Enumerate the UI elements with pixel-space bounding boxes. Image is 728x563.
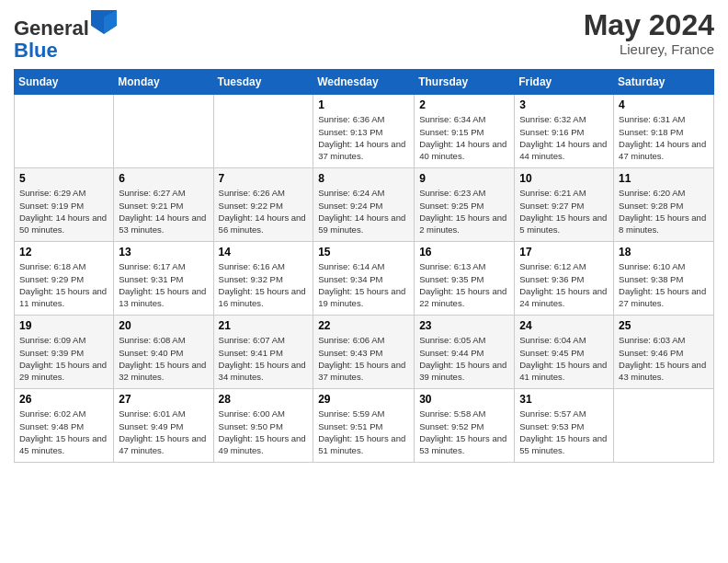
month-title: May 2024 bbox=[584, 9, 714, 41]
day-number: 8 bbox=[318, 172, 409, 185]
cell-content: Sunrise: 6:17 AM Sunset: 9:31 PM Dayligh… bbox=[119, 260, 208, 309]
cell-content: Sunrise: 6:04 AM Sunset: 9:45 PM Dayligh… bbox=[519, 334, 609, 383]
calendar-cell: 12Sunrise: 6:18 AM Sunset: 9:29 PM Dayli… bbox=[15, 242, 114, 316]
weekday-header-tuesday: Tuesday bbox=[213, 70, 313, 95]
calendar-cell bbox=[114, 95, 213, 168]
cell-content: Sunrise: 6:00 AM Sunset: 9:50 PM Dayligh… bbox=[219, 408, 309, 456]
day-number: 25 bbox=[619, 319, 709, 332]
cell-content: Sunrise: 6:10 AM Sunset: 9:38 PM Dayligh… bbox=[619, 260, 709, 309]
calendar-cell bbox=[15, 95, 114, 168]
calendar-cell: 11Sunrise: 6:20 AM Sunset: 9:28 PM Dayli… bbox=[614, 168, 714, 242]
logo-text-block: General Blue bbox=[14, 9, 117, 62]
day-number: 20 bbox=[119, 319, 208, 332]
calendar-cell: 9Sunrise: 6:23 AM Sunset: 9:25 PM Daylig… bbox=[415, 168, 515, 242]
cell-content: Sunrise: 6:27 AM Sunset: 9:21 PM Dayligh… bbox=[119, 187, 208, 236]
cell-content: Sunrise: 6:26 AM Sunset: 9:22 PM Dayligh… bbox=[219, 187, 309, 236]
day-number: 7 bbox=[219, 172, 309, 185]
day-number: 17 bbox=[519, 246, 609, 259]
day-number: 9 bbox=[419, 172, 509, 185]
cell-content: Sunrise: 6:24 AM Sunset: 9:24 PM Dayligh… bbox=[318, 187, 409, 236]
cell-content: Sunrise: 6:31 AM Sunset: 9:18 PM Dayligh… bbox=[619, 113, 709, 162]
day-number: 28 bbox=[219, 393, 309, 406]
calendar-cell: 10Sunrise: 6:21 AM Sunset: 9:27 PM Dayli… bbox=[515, 168, 614, 242]
weekday-header-thursday: Thursday bbox=[415, 70, 515, 95]
cell-content: Sunrise: 6:21 AM Sunset: 9:27 PM Dayligh… bbox=[519, 187, 609, 236]
calendar-cell: 21Sunrise: 6:07 AM Sunset: 9:41 PM Dayli… bbox=[213, 316, 313, 389]
calendar-cell: 16Sunrise: 6:13 AM Sunset: 9:35 PM Dayli… bbox=[415, 242, 515, 316]
cell-content: Sunrise: 6:29 AM Sunset: 9:19 PM Dayligh… bbox=[19, 187, 108, 236]
day-number: 15 bbox=[318, 246, 409, 259]
logo-icon bbox=[91, 9, 117, 35]
day-number: 22 bbox=[318, 319, 409, 332]
cell-content: Sunrise: 6:32 AM Sunset: 9:16 PM Dayligh… bbox=[519, 113, 609, 162]
day-number: 13 bbox=[119, 246, 208, 259]
calendar-cell: 23Sunrise: 6:05 AM Sunset: 9:44 PM Dayli… bbox=[415, 316, 515, 389]
calendar-cell bbox=[213, 95, 313, 168]
day-number: 2 bbox=[419, 98, 509, 111]
cell-content: Sunrise: 6:03 AM Sunset: 9:46 PM Dayligh… bbox=[619, 334, 709, 383]
cell-content: Sunrise: 6:06 AM Sunset: 9:43 PM Dayligh… bbox=[318, 334, 409, 383]
day-number: 12 bbox=[19, 246, 108, 259]
calendar-week-row: 5Sunrise: 6:29 AM Sunset: 9:19 PM Daylig… bbox=[15, 168, 714, 242]
calendar-cell: 6Sunrise: 6:27 AM Sunset: 9:21 PM Daylig… bbox=[114, 168, 213, 242]
calendar-cell: 29Sunrise: 5:59 AM Sunset: 9:51 PM Dayli… bbox=[313, 389, 415, 463]
weekday-header-row: SundayMondayTuesdayWednesdayThursdayFrid… bbox=[15, 70, 714, 95]
logo: General Blue bbox=[14, 9, 117, 62]
calendar-cell bbox=[614, 389, 714, 463]
calendar-week-row: 26Sunrise: 6:02 AM Sunset: 9:48 PM Dayli… bbox=[15, 389, 714, 463]
day-number: 29 bbox=[318, 393, 409, 406]
cell-content: Sunrise: 6:09 AM Sunset: 9:39 PM Dayligh… bbox=[19, 334, 108, 383]
cell-content: Sunrise: 6:16 AM Sunset: 9:32 PM Dayligh… bbox=[219, 260, 309, 309]
cell-content: Sunrise: 6:34 AM Sunset: 9:15 PM Dayligh… bbox=[419, 113, 509, 162]
calendar-table: SundayMondayTuesdayWednesdayThursdayFrid… bbox=[14, 69, 714, 463]
day-number: 21 bbox=[219, 319, 309, 332]
cell-content: Sunrise: 5:57 AM Sunset: 9:53 PM Dayligh… bbox=[519, 408, 609, 456]
title-block: May 2024 Lieurey, France bbox=[584, 9, 714, 57]
calendar-cell: 18Sunrise: 6:10 AM Sunset: 9:38 PM Dayli… bbox=[614, 242, 714, 316]
cell-content: Sunrise: 6:07 AM Sunset: 9:41 PM Dayligh… bbox=[219, 334, 309, 383]
calendar-cell: 14Sunrise: 6:16 AM Sunset: 9:32 PM Dayli… bbox=[213, 242, 313, 316]
calendar-week-row: 1Sunrise: 6:36 AM Sunset: 9:13 PM Daylig… bbox=[15, 95, 714, 168]
cell-content: Sunrise: 6:23 AM Sunset: 9:25 PM Dayligh… bbox=[419, 187, 509, 236]
calendar-cell: 4Sunrise: 6:31 AM Sunset: 9:18 PM Daylig… bbox=[614, 95, 714, 168]
day-number: 5 bbox=[19, 172, 108, 185]
calendar-cell: 5Sunrise: 6:29 AM Sunset: 9:19 PM Daylig… bbox=[15, 168, 114, 242]
cell-content: Sunrise: 5:59 AM Sunset: 9:51 PM Dayligh… bbox=[318, 408, 409, 456]
weekday-header-wednesday: Wednesday bbox=[313, 70, 415, 95]
day-number: 23 bbox=[419, 319, 509, 332]
weekday-header-sunday: Sunday bbox=[15, 70, 114, 95]
day-number: 27 bbox=[119, 393, 208, 406]
logo-blue: Blue bbox=[14, 39, 58, 62]
day-number: 6 bbox=[119, 172, 208, 185]
day-number: 18 bbox=[619, 246, 709, 259]
calendar-cell: 27Sunrise: 6:01 AM Sunset: 9:49 PM Dayli… bbox=[114, 389, 213, 463]
day-number: 31 bbox=[519, 393, 609, 406]
day-number: 24 bbox=[519, 319, 609, 332]
calendar-cell: 26Sunrise: 6:02 AM Sunset: 9:48 PM Dayli… bbox=[15, 389, 114, 463]
location: Lieurey, France bbox=[584, 41, 714, 57]
calendar-cell: 28Sunrise: 6:00 AM Sunset: 9:50 PM Dayli… bbox=[213, 389, 313, 463]
calendar-week-row: 12Sunrise: 6:18 AM Sunset: 9:29 PM Dayli… bbox=[15, 242, 714, 316]
cell-content: Sunrise: 6:18 AM Sunset: 9:29 PM Dayligh… bbox=[19, 260, 108, 309]
day-number: 26 bbox=[19, 393, 108, 406]
weekday-header-monday: Monday bbox=[114, 70, 213, 95]
day-number: 16 bbox=[419, 246, 509, 259]
weekday-header-saturday: Saturday bbox=[614, 70, 714, 95]
calendar-week-row: 19Sunrise: 6:09 AM Sunset: 9:39 PM Dayli… bbox=[15, 316, 714, 389]
calendar-cell: 2Sunrise: 6:34 AM Sunset: 9:15 PM Daylig… bbox=[415, 95, 515, 168]
weekday-header-friday: Friday bbox=[515, 70, 614, 95]
calendar-cell: 17Sunrise: 6:12 AM Sunset: 9:36 PM Dayli… bbox=[515, 242, 614, 316]
cell-content: Sunrise: 6:36 AM Sunset: 9:13 PM Dayligh… bbox=[318, 113, 409, 162]
cell-content: Sunrise: 6:20 AM Sunset: 9:28 PM Dayligh… bbox=[619, 187, 709, 236]
logo-general: General bbox=[14, 17, 89, 40]
cell-content: Sunrise: 6:08 AM Sunset: 9:40 PM Dayligh… bbox=[119, 334, 208, 383]
calendar-cell: 25Sunrise: 6:03 AM Sunset: 9:46 PM Dayli… bbox=[614, 316, 714, 389]
calendar-cell: 1Sunrise: 6:36 AM Sunset: 9:13 PM Daylig… bbox=[313, 95, 415, 168]
calendar-cell: 20Sunrise: 6:08 AM Sunset: 9:40 PM Dayli… bbox=[114, 316, 213, 389]
calendar-cell: 30Sunrise: 5:58 AM Sunset: 9:52 PM Dayli… bbox=[415, 389, 515, 463]
day-number: 10 bbox=[519, 172, 609, 185]
cell-content: Sunrise: 5:58 AM Sunset: 9:52 PM Dayligh… bbox=[419, 408, 509, 456]
calendar-cell: 31Sunrise: 5:57 AM Sunset: 9:53 PM Dayli… bbox=[515, 389, 614, 463]
day-number: 1 bbox=[318, 98, 409, 111]
calendar-cell: 15Sunrise: 6:14 AM Sunset: 9:34 PM Dayli… bbox=[313, 242, 415, 316]
